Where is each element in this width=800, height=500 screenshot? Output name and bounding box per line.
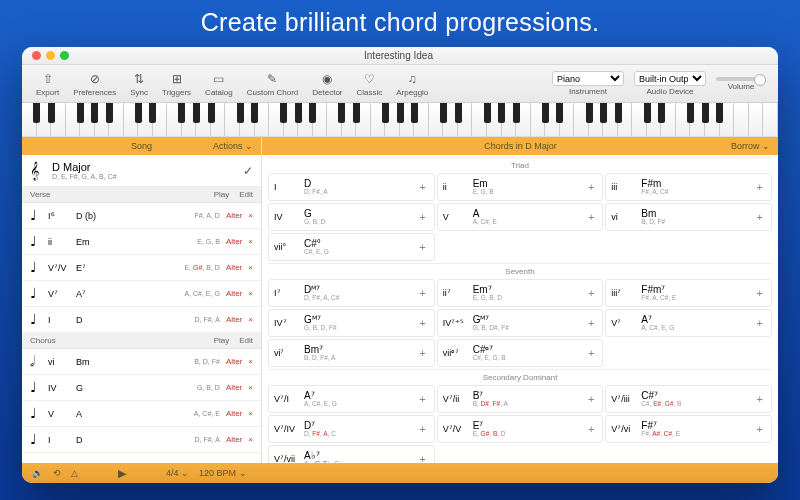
add-chord-button[interactable]: +: [754, 181, 766, 193]
black-key[interactable]: [280, 103, 287, 123]
delete-icon[interactable]: ×: [248, 289, 253, 298]
black-key[interactable]: [251, 103, 258, 123]
add-chord-button[interactable]: +: [585, 317, 597, 329]
add-chord-button[interactable]: +: [416, 287, 428, 299]
black-key[interactable]: [309, 103, 316, 123]
black-key[interactable]: [178, 103, 185, 123]
chord-cell[interactable]: V⁷/iiiC#⁷C#, E#, G#, B+: [605, 385, 772, 413]
black-key[interactable]: [33, 103, 40, 123]
add-chord-button[interactable]: +: [754, 393, 766, 405]
chord-cell[interactable]: IV⁷⁺⁵Gᴹ⁷G, B, D#, F#+: [437, 309, 604, 337]
alter-button[interactable]: Alter: [226, 315, 242, 324]
add-chord-button[interactable]: +: [754, 423, 766, 435]
chord-cell[interactable]: iiEmE, G, B+: [437, 173, 604, 201]
black-key[interactable]: [77, 103, 84, 123]
toolbar-triggers[interactable]: ⊞Triggers: [156, 71, 197, 97]
delete-icon[interactable]: ×: [248, 357, 253, 366]
key-selector[interactable]: 𝄞 D Major D, E, F#, G, A, B, C# ✓: [22, 155, 261, 187]
alter-button[interactable]: Alter: [226, 357, 242, 366]
black-key[interactable]: [193, 103, 200, 123]
black-key[interactable]: [658, 103, 665, 123]
loop-icon[interactable]: ⟲: [53, 468, 61, 478]
toolbar-classic[interactable]: ♡Classic: [351, 71, 389, 97]
zoom-button[interactable]: [60, 51, 69, 60]
black-key[interactable]: [149, 103, 156, 123]
black-key[interactable]: [484, 103, 491, 123]
add-chord-button[interactable]: +: [585, 287, 597, 299]
actions-menu[interactable]: Actions ⌄: [213, 141, 253, 151]
black-key[interactable]: [687, 103, 694, 123]
alter-button[interactable]: Alter: [226, 383, 242, 392]
black-key[interactable]: [440, 103, 447, 123]
song-row[interactable]: ♩V⁷A⁷A, C#, E, GAlter×: [22, 281, 261, 307]
chord-cell[interactable]: V⁷/iiB⁷B, D#, F#, A+: [437, 385, 604, 413]
add-chord-button[interactable]: +: [585, 347, 597, 359]
chord-cell[interactable]: IDD, F#, A+: [268, 173, 435, 201]
delete-icon[interactable]: ×: [248, 383, 253, 392]
chord-cell[interactable]: IVGG, B, D+: [268, 203, 435, 231]
song-row[interactable]: ♩IDD, F#, AAlter×: [22, 307, 261, 333]
piano-keyboard[interactable]: [22, 103, 778, 137]
time-signature-select[interactable]: 4/4 ⌄: [166, 468, 189, 478]
delete-icon[interactable]: ×: [248, 237, 253, 246]
black-key[interactable]: [397, 103, 404, 123]
alter-button[interactable]: Alter: [226, 211, 242, 220]
borrow-menu[interactable]: Borrow ⌄: [731, 141, 770, 151]
edit-section-button[interactable]: Edit: [239, 336, 253, 345]
edit-section-button[interactable]: Edit: [239, 190, 253, 199]
black-key[interactable]: [353, 103, 360, 123]
alter-button[interactable]: Alter: [226, 263, 242, 272]
toolbar-catalog[interactable]: ▭Catalog: [199, 71, 239, 97]
tempo-select[interactable]: 120 BPM ⌄: [199, 468, 247, 478]
metronome-icon[interactable]: △: [71, 468, 78, 478]
delete-icon[interactable]: ×: [248, 263, 253, 272]
add-chord-button[interactable]: +: [416, 453, 428, 463]
chord-cell[interactable]: V⁷/IVD⁷D, F#, A, C+: [268, 415, 435, 443]
black-key[interactable]: [702, 103, 709, 123]
black-key[interactable]: [208, 103, 215, 123]
delete-icon[interactable]: ×: [248, 211, 253, 220]
add-chord-button[interactable]: +: [585, 181, 597, 193]
alter-button[interactable]: Alter: [226, 409, 242, 418]
black-key[interactable]: [556, 103, 563, 123]
add-chord-button[interactable]: +: [416, 181, 428, 193]
black-key[interactable]: [455, 103, 462, 123]
chord-cell[interactable]: V⁷/IA⁷A, C#, E, G+: [268, 385, 435, 413]
volume-slider[interactable]: [716, 77, 766, 81]
chord-cell[interactable]: V⁷/viiA♭⁷A♭, C, E♭, G♭+: [268, 445, 435, 463]
chord-cell[interactable]: IV⁷Gᴹ⁷G, B, D, F#+: [268, 309, 435, 337]
white-key[interactable]: [734, 103, 749, 136]
minimize-button[interactable]: [46, 51, 55, 60]
chord-cell[interactable]: V⁷/VE⁷E, G#, B, D+: [437, 415, 604, 443]
black-key[interactable]: [237, 103, 244, 123]
alter-button[interactable]: Alter: [226, 237, 242, 246]
white-key[interactable]: [749, 103, 764, 136]
black-key[interactable]: [135, 103, 142, 123]
add-chord-button[interactable]: +: [416, 211, 428, 223]
toolbar-export[interactable]: ⇧Export: [30, 71, 65, 97]
delete-icon[interactable]: ×: [248, 409, 253, 418]
song-row[interactable]: ♩IDD, F#, AAlter×: [22, 427, 261, 453]
add-chord-button[interactable]: +: [754, 211, 766, 223]
black-key[interactable]: [644, 103, 651, 123]
add-chord-button[interactable]: +: [416, 317, 428, 329]
black-key[interactable]: [542, 103, 549, 123]
black-key[interactable]: [600, 103, 607, 123]
chord-cell[interactable]: iiiF#mF#, A, C#+: [605, 173, 772, 201]
add-chord-button[interactable]: +: [416, 241, 428, 253]
add-chord-button[interactable]: +: [754, 317, 766, 329]
chord-cell[interactable]: vii°C#°C#, E, G+: [268, 233, 435, 261]
toolbar-detector[interactable]: ◉Detector: [306, 71, 348, 97]
song-row[interactable]: ♩I⁶D (b)F#, A, DAlter×: [22, 203, 261, 229]
toolbar-sync[interactable]: ⇅Sync: [124, 71, 154, 97]
delete-icon[interactable]: ×: [248, 435, 253, 444]
play-button[interactable]: ▶: [118, 467, 126, 480]
black-key[interactable]: [716, 103, 723, 123]
black-key[interactable]: [295, 103, 302, 123]
add-chord-button[interactable]: +: [585, 211, 597, 223]
black-key[interactable]: [411, 103, 418, 123]
chord-cell[interactable]: iii⁷F#m⁷F#, A, C#, E+: [605, 279, 772, 307]
white-key[interactable]: [763, 103, 778, 136]
add-chord-button[interactable]: +: [754, 287, 766, 299]
black-key[interactable]: [91, 103, 98, 123]
